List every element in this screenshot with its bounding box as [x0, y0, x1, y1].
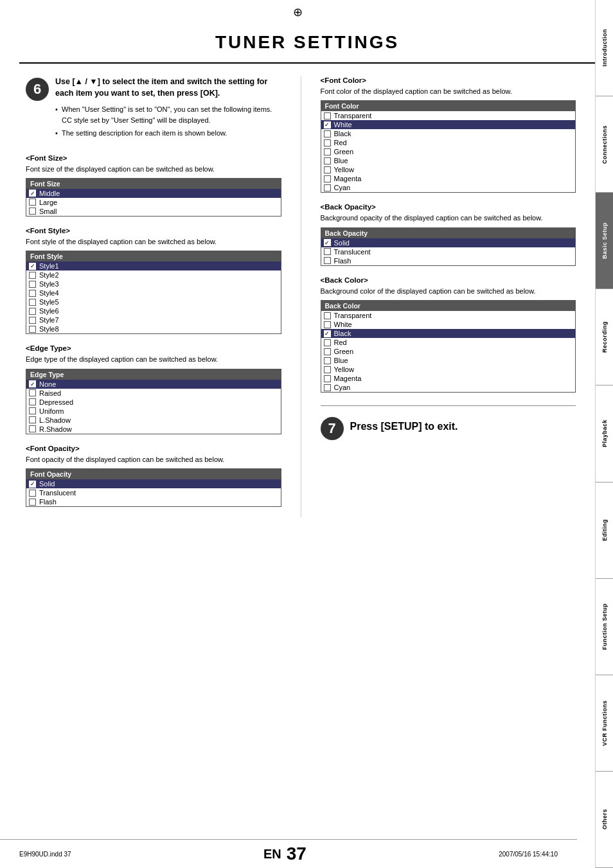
edge-type-option-5[interactable]: R.Shadow: [26, 425, 281, 434]
font-opacity-option-1[interactable]: Translucent: [26, 488, 281, 497]
sidebar-section-editing[interactable]: Editing: [596, 483, 613, 579]
font-size-header: <Font Size>: [26, 154, 281, 162]
font-opacity-option-2[interactable]: Flash: [26, 497, 281, 506]
font-size-checkbox-large: [29, 199, 36, 206]
font-color-option-0[interactable]: Transparent: [321, 111, 576, 120]
back-opacity-header: <Back Opacity>: [321, 203, 576, 211]
back-color-checkbox-0: [324, 312, 331, 319]
font-size-option-middle[interactable]: Middle: [26, 189, 281, 198]
font-color-option-6[interactable]: Yellow: [321, 165, 576, 174]
font-style-option-2[interactable]: Style3: [26, 279, 281, 288]
font-size-option-small[interactable]: Small: [26, 207, 281, 216]
font-size-label-large: Large: [39, 199, 57, 206]
back-color-option-0[interactable]: Transparent: [321, 311, 576, 320]
sidebar-label-recording: Recording: [601, 321, 608, 353]
edge-type-option-2[interactable]: Depressed: [26, 398, 281, 407]
sidebar-section-function-setup[interactable]: Function Setup: [596, 579, 613, 675]
font-color-label-6: Yellow: [334, 166, 354, 173]
step7-area: 7 Press [SETUP] to exit.: [321, 405, 576, 440]
back-color-label-0: Transparent: [334, 312, 372, 319]
back-opacity-option-1[interactable]: Translucent: [321, 247, 576, 256]
sidebar-section-playback[interactable]: Playback: [596, 385, 613, 482]
sidebar-section-recording[interactable]: Recording: [596, 289, 613, 385]
font-style-checkbox-4: [29, 299, 36, 306]
font-color-label-0: Transparent: [334, 112, 372, 120]
back-opacity-option-2[interactable]: Flash: [321, 256, 576, 265]
sidebar-section-connections[interactable]: Connections: [596, 96, 613, 193]
edge-type-section: <Edge Type> Edge type of the displayed c…: [26, 344, 281, 434]
back-color-option-6[interactable]: Yellow: [321, 365, 576, 374]
font-color-option-3[interactable]: Red: [321, 138, 576, 147]
edge-type-checkbox-2: [29, 398, 36, 405]
back-color-label-4: Green: [334, 348, 354, 355]
back-color-option-5[interactable]: Blue: [321, 356, 576, 365]
back-color-option-7[interactable]: Magenta: [321, 374, 576, 383]
back-color-checkbox-8: [324, 384, 331, 391]
back-color-option-8[interactable]: Cyan: [321, 383, 576, 392]
font-color-table-title: Font Color: [321, 101, 576, 111]
font-opacity-checkbox-2: [29, 499, 36, 506]
back-color-option-3[interactable]: Red: [321, 338, 576, 347]
font-style-label-7: Style8: [39, 325, 59, 333]
font-color-checkbox-1: [324, 121, 331, 128]
edge-type-checkbox-0: [29, 380, 36, 387]
sidebar-section-vcr-functions[interactable]: VCR Functions: [596, 675, 613, 772]
font-color-option-7[interactable]: Magenta: [321, 174, 576, 183]
font-color-header: <Font Color>: [321, 76, 576, 84]
right-column: <Font Color> Font color of the displayed…: [314, 76, 576, 517]
font-size-checkbox-middle: [29, 190, 36, 197]
font-style-label-3: Style4: [39, 289, 59, 297]
font-color-checkbox-3: [324, 139, 331, 146]
sidebar-section-introduction[interactable]: Introduction: [596, 0, 613, 96]
back-color-option-2[interactable]: Black: [321, 329, 576, 338]
back-opacity-label-1: Translucent: [334, 248, 371, 256]
sidebar-label-editing: Editing: [601, 519, 608, 541]
edge-type-option-1[interactable]: Raised: [26, 389, 281, 398]
font-style-checkbox-0: [29, 263, 36, 270]
font-style-option-3[interactable]: Style4: [26, 288, 281, 297]
font-color-option-5[interactable]: Blue: [321, 156, 576, 165]
back-opacity-option-0[interactable]: Solid: [321, 238, 576, 247]
step6-bullet-2: The setting description for each item is…: [55, 128, 281, 139]
back-color-table-title: Back Color: [321, 301, 576, 311]
font-color-option-2[interactable]: Black: [321, 129, 576, 138]
font-color-option-4[interactable]: Green: [321, 147, 576, 156]
font-opacity-desc: Font opacity of the displayed caption ca…: [26, 455, 281, 465]
edge-type-checkbox-3: [29, 407, 36, 414]
font-style-option-5[interactable]: Style6: [26, 306, 281, 315]
sidebar-section-others[interactable]: Others: [596, 772, 613, 868]
edge-type-option-0[interactable]: None: [26, 380, 281, 389]
edge-type-checkbox-5: [29, 425, 36, 432]
font-style-option-4[interactable]: Style5: [26, 297, 281, 306]
font-style-option-1[interactable]: Style2: [26, 270, 281, 279]
font-color-option-8[interactable]: Cyan: [321, 183, 576, 192]
font-color-checkbox-2: [324, 130, 331, 137]
edge-type-desc: Edge type of the displayed caption can b…: [26, 355, 281, 364]
font-color-label-8: Cyan: [334, 184, 351, 191]
font-color-label-4: Green: [334, 148, 354, 155]
step6-block: 6 Use [▲ / ▼] to select the item and swi…: [26, 76, 281, 141]
back-color-label-2: Black: [334, 330, 351, 337]
sidebar-label-basic-setup: Basic Setup: [601, 222, 608, 259]
back-color-option-4[interactable]: Green: [321, 347, 576, 356]
font-color-label-2: Black: [334, 130, 351, 137]
edge-type-label-1: Raised: [39, 389, 61, 397]
back-color-option-1[interactable]: White: [321, 320, 576, 329]
font-color-checkbox-6: [324, 166, 331, 173]
back-opacity-desc: Background opacity of the displayed capt…: [321, 213, 576, 223]
sidebar-section-basic-setup[interactable]: Basic Setup: [596, 193, 613, 289]
font-style-option-0[interactable]: Style1: [26, 261, 281, 270]
font-opacity-option-0[interactable]: Solid: [26, 479, 281, 488]
step6-bullets: When "User Setting" is set to "ON", you …: [55, 104, 281, 139]
font-color-option-1[interactable]: White: [321, 120, 576, 129]
edge-type-label-0: None: [39, 380, 56, 388]
font-style-option-6[interactable]: Style7: [26, 315, 281, 324]
font-style-label-2: Style3: [39, 280, 59, 288]
font-style-option-7[interactable]: Style8: [26, 324, 281, 333]
font-size-option-large[interactable]: Large: [26, 198, 281, 207]
compass-icon: ⊕: [293, 5, 303, 19]
edge-type-option-3[interactable]: Uniform: [26, 407, 281, 416]
font-color-label-7: Magenta: [334, 175, 362, 182]
edge-type-option-4[interactable]: L.Shadow: [26, 416, 281, 425]
footer-en-label: EN: [263, 847, 281, 862]
